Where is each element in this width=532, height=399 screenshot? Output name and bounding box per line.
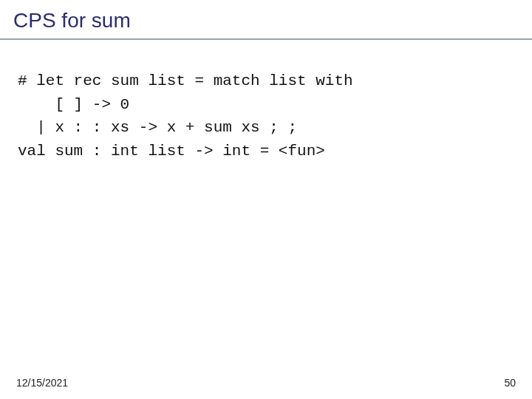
code-line: [ ] -> 0 <box>18 96 129 113</box>
code-line: | x : : xs -> x + sum xs ; ; <box>18 119 297 136</box>
code-block: # let rec sum list = match list with [ ]… <box>0 40 532 163</box>
footer-page: 50 <box>504 377 516 389</box>
code-line: val sum : int list -> int = <fun> <box>18 143 325 160</box>
slide-title: CPS for sum <box>13 9 532 33</box>
code-line: # let rec sum list = match list with <box>18 72 353 89</box>
title-bar: CPS for sum <box>0 0 532 40</box>
footer-date: 12/15/2021 <box>16 377 68 389</box>
footer: 12/15/2021 50 <box>0 377 532 389</box>
